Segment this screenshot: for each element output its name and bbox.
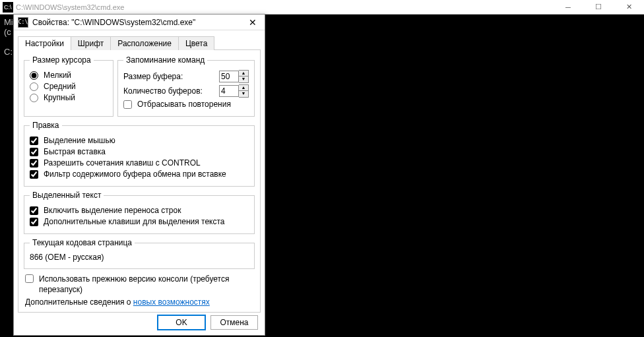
cursor-large-radio[interactable] [30,94,38,102]
tab-font[interactable]: Шрифт [71,36,111,50]
spin-up-icon[interactable]: ▲ [239,71,248,77]
cmd-window-title: C:\WINDOWS\system32\cmd.exe [16,3,553,11]
cursor-medium-label[interactable]: Средний [30,82,76,91]
codepage-value: 866 (OEM - русская) [30,251,249,263]
quick-paste-checkbox[interactable] [30,148,38,156]
line-wrap-checkbox[interactable] [30,206,38,215]
extra-keys-checkbox[interactable] [30,218,38,226]
legacy-console-label[interactable]: Использовать прежнюю версию консоли (тре… [39,274,253,295]
cmd-icon: C:\ [18,17,28,28]
spin-up-icon[interactable]: ▲ [239,85,248,91]
legacy-section: Использовать прежнюю версию консоли (тре… [24,272,255,307]
history-legend: Запоминание команд [123,55,207,65]
extra-keys-label[interactable]: Дополнительные клавиши для выделения тек… [30,217,225,226]
ctrl-shortcuts-label[interactable]: Разрешить сочетания клавиш с CONTROL [30,158,201,168]
cursor-large-label[interactable]: Крупный [30,93,75,102]
tab-panel-settings: Размер курсора Мелкий Средний Крупный За… [18,49,261,313]
quick-paste-label[interactable]: Быстрая вставка [30,147,106,156]
dialog-close-button[interactable]: ✕ [245,17,261,28]
cursor-medium-radio[interactable] [30,82,38,91]
line-wrap-label[interactable]: Включить выделение переноса строк [30,206,181,215]
edit-legend: Правка [30,121,62,130]
ok-button[interactable]: OK [158,315,205,330]
cmd-titlebar: C:\ C:\WINDOWS\system32\cmd.exe ─ ☐ ✕ [0,0,644,15]
spin-down-icon[interactable]: ▼ [239,77,248,82]
info-line: Дополнительные сведения о новых возможно… [25,297,253,307]
codepage-group: Текущая кодовая страница 866 (OEM - русс… [24,238,255,269]
cursor-small-radio[interactable] [30,71,38,80]
dialog-buttons: OK Отмена [158,315,258,330]
buffer-size-label: Размер буфера: [123,72,183,81]
properties-dialog: C:\ Свойства: "C:\WINDOWS\system32\cmd.e… [13,14,265,336]
cursor-small-label[interactable]: Мелкий [30,71,71,80]
buffer-size-spinner[interactable]: ▲▼ [239,70,249,83]
cursor-size-legend: Размер курсора [30,55,94,65]
ctrl-shortcuts-checkbox[interactable] [30,159,38,168]
mouse-select-checkbox[interactable] [30,137,38,145]
filter-clipboard-checkbox[interactable] [30,170,38,179]
new-features-link[interactable]: новых возможностях [133,297,210,307]
buffer-size-input[interactable] [219,71,239,82]
codepage-legend: Текущая кодовая страница [30,238,135,247]
edit-group: Правка Выделение мышью Быстрая вставка Р… [24,121,255,187]
seltext-legend: Выделенный текст [30,191,104,200]
dialog-title: Свойства: "C:\WINDOWS\system32\cmd.exe" [32,18,245,27]
minimize-button[interactable]: ─ [553,0,583,15]
tab-layout[interactable]: Расположение [110,36,179,50]
command-history-group: Запоминание команд Размер буфера: ▲▼ Кол… [117,55,255,117]
cursor-size-group: Размер курсора Мелкий Средний Крупный [24,55,113,117]
cmd-icon: C:\ [3,2,13,13]
buffer-count-input[interactable] [219,85,239,97]
cancel-button[interactable]: Отмена [210,315,258,330]
svg-text:C:\: C:\ [4,4,12,11]
dialog-titlebar: C:\ Свойства: "C:\WINDOWS\system32\cmd.e… [14,15,265,30]
tab-strip: Настройки Шрифт Расположение Цвета [18,36,261,49]
tab-colors[interactable]: Цвета [178,36,214,50]
buffer-count-spinner[interactable]: ▲▼ [239,84,249,98]
mouse-select-label[interactable]: Выделение мышью [30,136,115,145]
discard-duplicates-checkbox[interactable] [123,100,132,109]
close-button[interactable]: ✕ [614,0,644,15]
maximize-button[interactable]: ☐ [583,0,614,15]
selected-text-group: Выделенный текст Включить выделение пере… [24,191,255,234]
tab-settings[interactable]: Настройки [18,36,71,50]
discard-duplicates-label[interactable]: Отбрасывать повторения [123,100,231,109]
filter-clipboard-label[interactable]: Фильтр содержимого буфера обмена при вст… [30,169,226,179]
spin-down-icon[interactable]: ▼ [239,91,248,97]
buffer-count-label: Количество буферов: [123,86,203,96]
legacy-console-checkbox[interactable] [25,274,34,283]
